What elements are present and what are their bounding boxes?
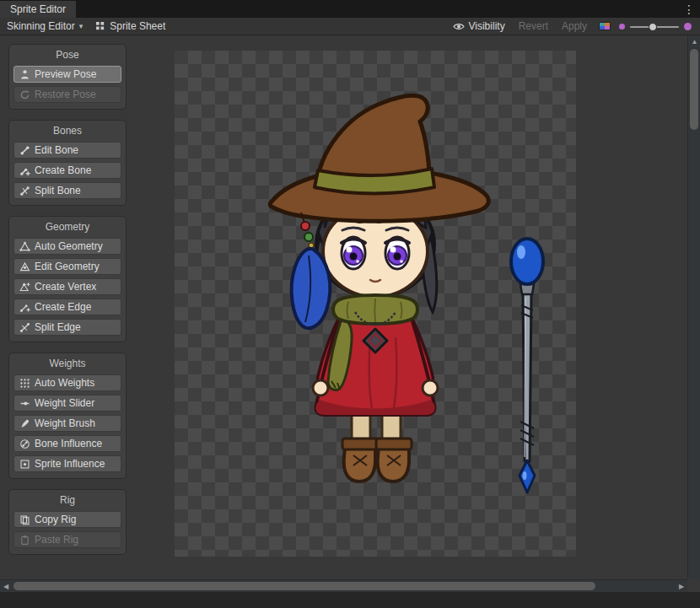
preview-pose-icon — [19, 69, 30, 80]
create-vertex-button[interactable]: Create Vertex — [13, 278, 121, 295]
split-bone-icon — [19, 186, 30, 196]
tab-title: Sprite Editor — [10, 3, 66, 15]
button-label: Paste Rig — [35, 534, 78, 546]
panel-title: Rig — [13, 494, 121, 507]
button-label: Create Edge — [35, 301, 91, 313]
panel-geometry: Geometry Auto GeometryEdit GeometryCreat… — [8, 216, 127, 342]
create-edge-icon — [19, 302, 30, 313]
scroll-left-arrow[interactable]: ◀ — [0, 580, 12, 593]
revert-button[interactable]: Revert — [512, 18, 555, 35]
panel-pose: Pose Preview PoseRestore Pose — [8, 44, 127, 110]
split-bone-button[interactable]: Split Bone — [13, 182, 121, 199]
auto-geometry-icon — [19, 241, 30, 252]
vertical-scrollbar[interactable]: ▲ ▼ — [687, 35, 700, 592]
paste-rig-icon — [19, 535, 30, 546]
tool-sidebar: Pose Preview PoseRestore Pose Bones Edit… — [8, 44, 127, 565]
button-label: Auto Weights — [35, 377, 94, 389]
panel-weights: Weights Auto WeightsWeight SliderWeight … — [8, 352, 127, 479]
scroll-up-arrow[interactable]: ▲ — [688, 35, 700, 47]
edit-bone-icon — [19, 145, 30, 156]
button-label: Weight Slider — [35, 397, 94, 409]
button-label: Create Vertex — [35, 281, 96, 293]
horizontal-scrollbar[interactable]: ◀ ▶ — [0, 579, 687, 592]
copy-rig-icon — [19, 514, 30, 525]
eye-icon — [453, 22, 465, 31]
bottom-bar — [0, 592, 700, 608]
sprites-layer — [175, 51, 576, 557]
sprite-editor-window: Sprite Editor ⋮ Skinning Editor ▾ Sprite… — [0, 0, 700, 608]
create-edge-button[interactable]: Create Edge — [13, 299, 121, 315]
button-label: Sprite Influence — [35, 458, 105, 470]
button-label: Edit Bone — [35, 144, 78, 156]
create-bone-icon — [19, 165, 30, 176]
restore-pose-button[interactable]: Restore Pose — [13, 86, 121, 103]
button-label: Copy Rig — [35, 514, 76, 525]
auto-geometry-button[interactable]: Auto Geometry — [13, 238, 121, 255]
sprite-canvas[interactable] — [175, 51, 576, 557]
tab-sprite-editor[interactable]: Sprite Editor — [0, 1, 76, 18]
button-label: Restore Pose — [35, 89, 96, 100]
panel-title: Weights — [13, 358, 121, 370]
zoom-slider-thumb[interactable] — [649, 23, 657, 31]
paste-rig-button[interactable]: Paste Rig — [13, 531, 121, 548]
split-edge-button[interactable]: Split Edge — [13, 319, 121, 336]
scrollbar-corner — [687, 579, 700, 592]
vertical-scroll-thumb[interactable] — [690, 49, 698, 130]
panel-title: Bones — [13, 125, 121, 137]
horizontal-scroll-thumb[interactable] — [13, 582, 595, 590]
restore-pose-icon — [19, 89, 30, 100]
button-label: Auto Geometry — [35, 240, 103, 252]
wizard-character-sprite[interactable] — [270, 95, 488, 482]
rgb-color-icon[interactable] — [599, 22, 611, 30]
zoom-slider[interactable] — [630, 18, 679, 35]
bone-influence-icon — [19, 439, 30, 449]
skinning-editor-dropdown[interactable]: Skinning Editor ▾ — [0, 18, 89, 35]
kebab-menu-icon[interactable]: ⋮ — [681, 0, 697, 18]
weight-brush-icon — [19, 418, 30, 429]
sprite-influence-icon — [19, 459, 30, 470]
preview-pose-button[interactable]: Preview Pose — [13, 66, 121, 83]
scroll-right-arrow[interactable]: ▶ — [676, 580, 687, 593]
create-bone-button[interactable]: Create Bone — [13, 162, 121, 179]
auto-weights-icon — [19, 378, 30, 389]
button-label: Edit Geometry — [35, 261, 100, 272]
mip-small-icon — [619, 24, 625, 30]
apply-button[interactable]: Apply — [555, 18, 594, 35]
panel-bones: Bones Edit BoneCreate BoneSplit Bone — [8, 120, 127, 206]
button-label: Split Edge — [35, 321, 81, 333]
panel-title: Geometry — [13, 221, 121, 234]
split-edge-icon — [19, 322, 30, 333]
bone-influence-button[interactable]: Bone Influence — [13, 435, 121, 452]
viewport[interactable]: Pose Preview PoseRestore Pose Bones Edit… — [0, 35, 687, 579]
weight-slider-button[interactable]: Weight Slider — [13, 395, 121, 412]
edit-bone-button[interactable]: Edit Bone — [13, 142, 121, 159]
toolbar: Skinning Editor ▾ Sprite Sheet Visibilit… — [0, 18, 700, 35]
edit-geometry-icon — [19, 261, 30, 272]
button-label: Preview Pose — [35, 68, 96, 80]
weight-brush-button[interactable]: Weight Brush — [13, 415, 121, 432]
mip-large-icon — [684, 23, 692, 30]
staff-sprite[interactable] — [511, 239, 543, 492]
visibility-button[interactable]: Visibility — [446, 18, 512, 35]
sprite-sheet-button[interactable]: Sprite Sheet — [89, 18, 172, 35]
button-label: Weight Brush — [35, 417, 95, 429]
panel-rig: Rig Copy RigPaste Rig — [8, 489, 127, 555]
auto-weights-button[interactable]: Auto Weights — [13, 374, 121, 391]
sprite-sheet-grid-icon — [96, 22, 105, 31]
create-vertex-icon — [19, 282, 30, 293]
button-label: Bone Influence — [35, 438, 102, 449]
copy-rig-button[interactable]: Copy Rig — [13, 511, 121, 528]
sprite-influence-button[interactable]: Sprite Influence — [13, 455, 121, 472]
chevron-down-icon: ▾ — [79, 22, 83, 30]
button-label: Create Bone — [35, 164, 91, 176]
panel-title: Pose — [13, 49, 121, 62]
button-label: Split Bone — [35, 185, 81, 196]
edit-geometry-button[interactable]: Edit Geometry — [13, 258, 121, 275]
weight-slider-icon — [19, 398, 30, 409]
window-tab-bar: Sprite Editor ⋮ — [0, 0, 700, 18]
